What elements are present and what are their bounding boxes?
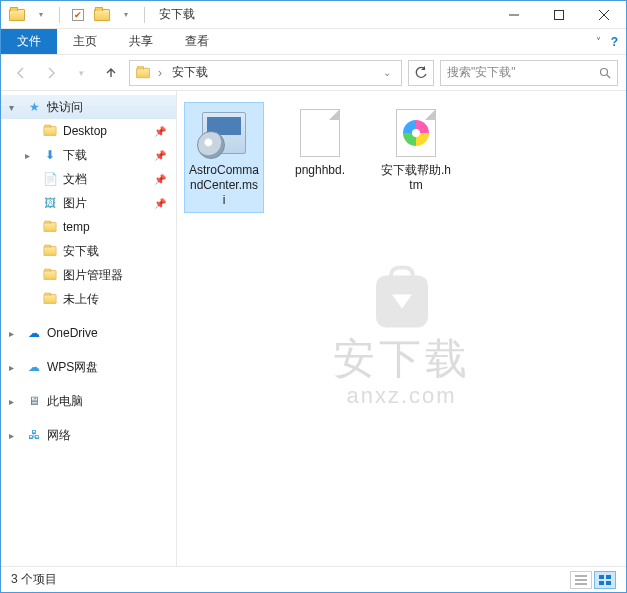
chevron-right-icon[interactable]: ▸ [9, 362, 21, 373]
help-icon[interactable]: ? [611, 35, 618, 49]
folder-icon [7, 5, 27, 25]
computer-icon: 🖥 [25, 392, 43, 410]
separator [144, 7, 145, 23]
breadcrumb-chevron-icon[interactable]: › [158, 66, 162, 80]
icons-view-button[interactable] [594, 571, 616, 589]
msi-icon [198, 107, 250, 159]
folder-icon [41, 122, 59, 140]
htm-icon [390, 107, 442, 159]
address-dropdown-icon[interactable]: ⌄ [377, 67, 397, 78]
svg-point-4 [601, 68, 608, 75]
file-list[interactable]: 安下载 anxz.com AstroCommandCenter.msi pngh… [177, 91, 626, 566]
maximize-button[interactable] [536, 1, 581, 29]
svg-rect-10 [606, 575, 611, 579]
forward-button[interactable] [39, 61, 63, 85]
file-name: AstroCommandCenter.msi [189, 163, 259, 208]
star-icon: ★ [25, 98, 43, 116]
file-item[interactable]: 安下载帮助.htm [377, 103, 455, 197]
tab-share[interactable]: 共享 [113, 29, 169, 54]
sidebar-item-temp[interactable]: temp [1, 215, 176, 239]
folder-icon [92, 5, 112, 25]
close-button[interactable] [581, 1, 626, 29]
sidebar-quick-access[interactable]: ▾ ★ 快访问 [1, 95, 176, 119]
tab-home[interactable]: 主页 [57, 29, 113, 54]
chevron-down-icon[interactable]: ▾ [9, 102, 21, 113]
search-icon [599, 67, 611, 79]
breadcrumb[interactable]: 安下载 [168, 64, 212, 81]
qat-dropdown-icon[interactable]: ▾ [31, 5, 51, 25]
sidebar-item-notuploaded[interactable]: 未上传 [1, 287, 176, 311]
status-bar: 3 个项目 [1, 566, 626, 592]
sidebar-item-desktop[interactable]: Desktop 📌 [1, 119, 176, 143]
sidebar-item-label: 下载 [63, 147, 150, 164]
sidebar-item-network[interactable]: ▸ 🖧 网络 [1, 423, 176, 447]
sidebar-item-label: 快访问 [47, 99, 176, 116]
qat-more-icon[interactable]: ▾ [116, 5, 136, 25]
view-switcher [570, 571, 616, 589]
sidebar-item-anxiazai[interactable]: 安下载 [1, 239, 176, 263]
recent-dropdown-icon[interactable]: ▾ [69, 61, 93, 85]
chevron-right-icon[interactable]: ▸ [9, 396, 21, 407]
sidebar-item-onedrive[interactable]: ▸ ☁ OneDrive [1, 321, 176, 345]
quick-access-toolbar: ▾ ✔ ▾ 安下载 [1, 5, 201, 25]
svg-rect-9 [599, 575, 604, 579]
sidebar-item-downloads[interactable]: ▸ ⬇ 下载 📌 [1, 143, 176, 167]
sidebar-item-thispc[interactable]: ▸ 🖥 此电脑 [1, 389, 176, 413]
window-controls [491, 1, 626, 29]
tab-file[interactable]: 文件 [1, 29, 57, 54]
download-icon: ⬇ [41, 146, 59, 164]
separator [59, 7, 60, 23]
sidebar-item-label: 网络 [47, 427, 176, 444]
up-button[interactable] [99, 61, 123, 85]
details-view-button[interactable] [570, 571, 592, 589]
title-bar: ▾ ✔ ▾ 安下载 [1, 1, 626, 29]
status-item-count: 3 个项目 [11, 571, 57, 588]
sidebar-item-wps[interactable]: ▸ ☁ WPS网盘 [1, 355, 176, 379]
file-item[interactable]: AstroCommandCenter.msi [185, 103, 263, 212]
sidebar-item-documents[interactable]: 📄 文档 📌 [1, 167, 176, 191]
chevron-right-icon[interactable]: ▸ [9, 430, 21, 441]
properties-checkbox-icon[interactable]: ✔ [68, 5, 88, 25]
document-icon: 📄 [41, 170, 59, 188]
navigation-bar: ▾ › 安下载 ⌄ 搜索"安下载" [1, 55, 626, 91]
file-icon [294, 107, 346, 159]
sidebar-item-pictures[interactable]: 🖼 图片 📌 [1, 191, 176, 215]
folder-icon [41, 290, 59, 308]
folder-icon [41, 218, 59, 236]
minimize-button[interactable] [491, 1, 536, 29]
watermark-text: anxz.com [333, 383, 471, 409]
body: ▾ ★ 快访问 Desktop 📌 ▸ ⬇ 下载 📌 📄 文档 📌 [1, 91, 626, 566]
ribbon-right: ˅ ? [596, 29, 626, 54]
watermark: 安下载 anxz.com [333, 275, 471, 409]
file-item[interactable]: pnghhbd. [281, 103, 359, 182]
svg-rect-12 [606, 581, 611, 585]
sidebar-item-label: 此电脑 [47, 393, 176, 410]
explorer-window: ▾ ✔ ▾ 安下载 文件 主页 共享 查看 ˅ ? [0, 0, 627, 593]
address-bar[interactable]: › 安下载 ⌄ [129, 60, 402, 86]
folder-icon [41, 266, 59, 284]
svg-rect-11 [599, 581, 604, 585]
navigation-pane[interactable]: ▾ ★ 快访问 Desktop 📌 ▸ ⬇ 下载 📌 📄 文档 📌 [1, 91, 177, 566]
search-input[interactable]: 搜索"安下载" [440, 60, 618, 86]
back-button[interactable] [9, 61, 33, 85]
watermark-text: 安下载 [333, 331, 471, 387]
sidebar-item-label: 文档 [63, 171, 150, 188]
chevron-right-icon[interactable]: ▸ [25, 150, 37, 161]
window-title: 安下载 [159, 6, 195, 23]
chevron-right-icon[interactable]: ▸ [9, 328, 21, 339]
tab-view[interactable]: 查看 [169, 29, 225, 54]
sidebar-item-label: 图片 [63, 195, 150, 212]
pictures-icon: 🖼 [41, 194, 59, 212]
sidebar-item-picmanager[interactable]: 图片管理器 [1, 263, 176, 287]
cloud-icon: ☁ [25, 358, 43, 376]
network-icon: 🖧 [25, 426, 43, 444]
sidebar-item-label: 图片管理器 [63, 267, 176, 284]
expand-ribbon-icon[interactable]: ˅ [596, 36, 601, 47]
sidebar-item-label: WPS网盘 [47, 359, 176, 376]
folder-icon [134, 64, 152, 82]
sidebar-item-label: 安下载 [63, 243, 176, 260]
file-name: pnghhbd. [295, 163, 345, 178]
refresh-button[interactable] [408, 60, 434, 86]
svg-rect-1 [554, 10, 563, 19]
pin-icon: 📌 [154, 150, 176, 161]
